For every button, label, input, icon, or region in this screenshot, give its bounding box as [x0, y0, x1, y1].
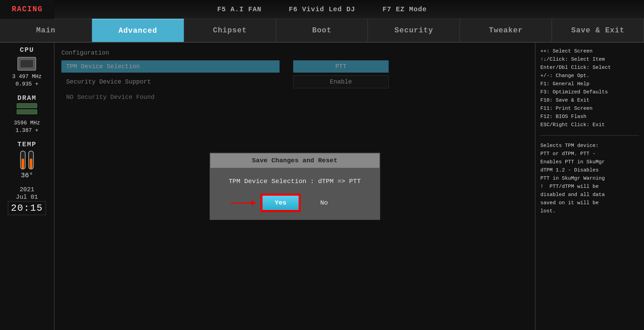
- dialog-yes-button[interactable]: Yes: [261, 195, 300, 211]
- temp-icon: [15, 150, 39, 170]
- tab-boot[interactable]: Boot: [276, 19, 368, 42]
- dialog-overlay: Save Changes and Reset TPM Device Select…: [55, 43, 535, 330]
- arrow-indicator: [231, 200, 256, 206]
- tab-chipset[interactable]: Chipset: [184, 19, 276, 42]
- dialog-no-button[interactable]: No: [320, 199, 328, 207]
- tab-tweaker[interactable]: Tweaker: [460, 19, 552, 42]
- temp-section: TEMP 36°: [15, 140, 39, 179]
- cpu-label: CPU: [20, 46, 34, 54]
- cpu-icon: [15, 55, 39, 72]
- header-bar: RACING F5 A.I FAN F6 Vivid Led DJ F7 EZ …: [0, 0, 644, 19]
- tab-bar: Main Advanced Chipset Boot Security Twea…: [0, 19, 644, 43]
- nav-f7[interactable]: F7 EZ Mode: [383, 5, 427, 13]
- content-area: Configuration TPM Device Selection PTT S…: [55, 43, 535, 330]
- date-month: Jul 01: [16, 194, 38, 200]
- right-panel: ++: Select Screen ↑↓/Click: Select Item …: [535, 43, 644, 330]
- dialog-body: TPM Device Selection : dTPM => PTT Yes N…: [210, 168, 379, 219]
- dialog-buttons: Yes No: [261, 195, 328, 211]
- dialog-message: TPM Device Selection : dTPM => PTT: [229, 178, 361, 185]
- header-nav: F5 A.I FAN F6 Vivid Led DJ F7 EZ Mode: [217, 5, 427, 13]
- main-layout: CPU 3 497 MHz 0.935 + DRAM 3596 MHz 1.38…: [0, 43, 644, 330]
- help-shortcuts: ++: Select Screen ↑↓/Click: Select Item …: [540, 47, 639, 129]
- cpu-section: CPU 3 497 MHz 0.935 +: [12, 46, 42, 87]
- arrow-head: [251, 200, 256, 206]
- dialog-title: Save Changes and Reset: [210, 153, 379, 168]
- nav-f6[interactable]: F6 Vivid Led DJ: [289, 5, 355, 13]
- temp-label: TEMP: [17, 140, 36, 148]
- temp-value: 36°: [21, 171, 33, 179]
- logo-text: RACING: [12, 5, 43, 14]
- date-section: 2021 Jul 01 20:15: [8, 186, 46, 215]
- help-divider: [540, 135, 639, 136]
- dram-section: DRAM 3596 MHz 1.387 +: [14, 94, 40, 134]
- left-sidebar: CPU 3 497 MHz 0.935 + DRAM 3596 MHz 1.38…: [0, 43, 55, 330]
- dram-volt: 1.387 +: [15, 127, 38, 134]
- cpu-chip-graphic: [17, 57, 36, 71]
- tab-advanced[interactable]: Advanced: [92, 19, 184, 42]
- dram-icon: [15, 103, 39, 119]
- cpu-freq: 3 497 MHz: [12, 74, 42, 80]
- thermometer-1: [20, 151, 26, 169]
- logo-area: RACING: [0, 0, 55, 19]
- thermometer-fill-2: [30, 159, 32, 169]
- arrow-line: [231, 202, 251, 204]
- dram-label: DRAM: [17, 94, 36, 102]
- nav-f5[interactable]: F5 A.I FAN: [217, 5, 261, 13]
- thermometer-fill-1: [21, 159, 24, 169]
- tab-save-exit[interactable]: Save & Exit: [552, 19, 644, 42]
- tab-security[interactable]: Security: [368, 19, 460, 42]
- dram-freq: 3596 MHz: [14, 120, 40, 126]
- thermometer-2: [28, 151, 34, 169]
- date-year: 2021: [19, 186, 34, 193]
- tab-main[interactable]: Main: [0, 19, 92, 42]
- dialog-box: Save Changes and Reset TPM Device Select…: [210, 153, 380, 220]
- dram-stick-2: [17, 109, 37, 114]
- cpu-volt: 0.935 +: [15, 81, 38, 87]
- help-description: Selects TPM device: PTT or dTPM. PTT - E…: [540, 142, 639, 215]
- dram-stick-1: [17, 103, 37, 108]
- time-display: 20:15: [8, 201, 46, 215]
